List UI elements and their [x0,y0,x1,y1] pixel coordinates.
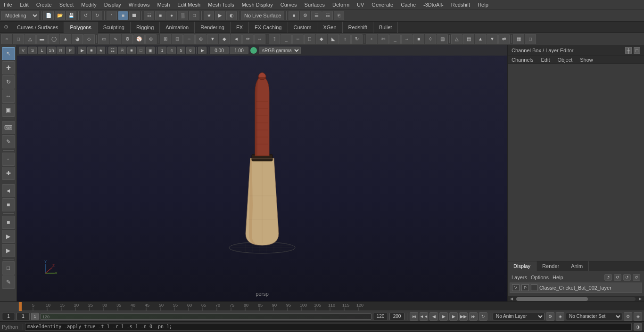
cb-bottom-anim[interactable]: Anim [565,261,589,271]
cylinder-btn[interactable]: △ [25,34,36,44]
menu-curves[interactable]: Curves [277,1,301,8]
vp-playblast-btn[interactable]: ▶ [198,47,206,54]
measure-btn[interactable]: ■ [2,198,15,211]
bridge-btn[interactable]: ⎯ [281,34,292,44]
layer-scrollbar[interactable]: ◀ ▶ [508,296,644,301]
gear-mesh-btn[interactable]: ⚙ [122,34,133,44]
tab-xgen[interactable]: XGen [317,22,342,33]
current-frame-input[interactable] [2,313,15,320]
go-start-btn[interactable]: ⏮ [410,312,418,321]
cb-tab-object[interactable]: Object [553,56,576,64]
tab-fx-caching[interactable]: FX Caching [249,22,288,33]
tab-animation[interactable]: Animation [160,22,195,33]
prev-frame-btn[interactable]: ◀ [429,312,438,321]
render-view-btn[interactable]: ▶ [2,230,15,243]
layer-v-toggle[interactable]: V [512,284,520,291]
mirror-btn[interactable]: ↔ [254,34,265,44]
tab-redshift[interactable]: Redshift [343,22,373,33]
vp-xray-btn[interactable]: ▣ [146,47,155,54]
menu-redshift[interactable]: Redshift [447,1,474,8]
layer-add-btn[interactable]: ↺ [604,274,612,281]
vp-render-btn[interactable]: ★ [97,47,105,54]
anim-layer-settings[interactable]: ⚙ [546,312,554,321]
vp-menu-shading[interactable]: S [28,47,37,54]
vp-color-space[interactable]: sRGB gamma [259,47,301,54]
new-scene-btn[interactable]: 📄 [43,11,54,20]
vp-hud-btn[interactable]: ⎗ [118,47,126,54]
tool-settings-btn[interactable]: ⚙ [300,11,310,20]
range-end-input[interactable] [389,313,405,320]
soccer-btn[interactable]: ⚾ [133,34,145,44]
char-set-settings[interactable]: ⚙ [624,312,632,321]
menu-mesh[interactable]: Mesh [153,1,173,8]
cb-tab-channels[interactable]: Channels [508,56,537,64]
snap-curve-btn[interactable]: ■ [155,11,165,20]
connect2-btn[interactable]: ⎯ [389,34,401,44]
settings-icon[interactable]: ⚙ [1,22,11,32]
command-input[interactable] [25,323,632,331]
remesh-btn[interactable]: ◆ [219,34,230,44]
flip-btn[interactable]: ↕ [339,34,351,44]
separate-btn[interactable]: ⊟ [172,34,183,44]
open-scene-btn[interactable]: 📂 [55,11,65,20]
menu-help[interactable]: Help [474,1,492,8]
paintfx-btn[interactable]: ✎ [2,275,15,289]
combine-btn[interactable]: ⊞ [160,34,171,44]
prev-key-btn[interactable]: ◄◄ [420,312,428,321]
tab-sculpting[interactable]: Sculpting [98,22,131,33]
uv-btn[interactable]: ▦ [513,34,524,44]
timeline-ruler[interactable]: 5 10 15 20 25 30 35 40 45 50 5 [19,302,644,311]
menu-surfaces[interactable]: Surfaces [301,1,329,8]
unfold-btn[interactable]: □ [525,34,536,44]
menu-cache[interactable]: Cache [397,1,420,8]
bevel-btn[interactable]: ▫ [366,34,377,44]
menu-windows[interactable]: Windows [125,1,154,8]
fill-hole-btn[interactable]: ⎕ [304,34,315,44]
layer-add-btn3[interactable]: ↺ [623,274,631,281]
vp-4-btn[interactable]: 4 [167,47,176,54]
undo-btn[interactable]: ↺ [81,11,91,20]
menu-create[interactable]: Create [33,1,56,8]
select-tool-btn[interactable]: ↖ [2,47,15,60]
anim-layer-select[interactable]: No Anim Layer [493,313,545,320]
command-options-btn[interactable]: ◑ [634,323,642,331]
symmetrize-btn[interactable]: ◊ [425,34,436,44]
extrude-btn[interactable]: ⇧ [269,34,280,44]
tab-fx[interactable]: FX [231,22,249,33]
vp-1-btn[interactable]: 1 [158,47,166,54]
menu-edit[interactable]: Edit [16,1,33,8]
menu-display[interactable]: Display [100,1,125,8]
vp-num1[interactable] [210,47,229,54]
retopo-btn[interactable]: ◄ [231,34,242,44]
tab-bullet[interactable]: Bullet [373,22,398,33]
scale-tool-btn[interactable]: ↔ [2,89,15,103]
cone-btn[interactable]: ▲ [60,34,71,44]
tab-polygons[interactable]: Polygons [64,22,97,33]
cb-close-btn[interactable]: ┼ [625,47,632,54]
char-set-key[interactable]: ◈ [634,312,642,321]
collapse-btn[interactable]: → [401,34,413,44]
loop-sel-btn[interactable]: △ [451,34,462,44]
spin-btn[interactable]: ↻ [351,34,363,44]
target-weld-btn[interactable]: ▧ [437,34,448,44]
select-by-hierarchy-btn[interactable]: ⎖ [107,11,117,20]
layer-add-btn2[interactable]: ↺ [614,274,621,281]
show-manipulator-btn[interactable]: ✚ [2,167,15,180]
ring-sel-btn[interactable]: ▤ [463,34,474,44]
next-key-btn[interactable]: ▶▶ [459,312,468,321]
layer-p-toggle[interactable]: P [521,284,529,291]
tab-custom[interactable]: Custom [288,22,318,33]
scroll-right-arrow[interactable]: ▶ [637,296,643,302]
vp-5-btn[interactable]: 5 [177,47,185,54]
end-frame-input[interactable] [373,313,388,320]
layer-row[interactable]: V P Classic_Cricket_Bat_002_layer [510,283,642,293]
viewport[interactable]: V S L Sh R P ▶ ■ ★ ☷ ⎗ ■ □ ▣ 1 4 5 6 ▶ [17,45,507,301]
wedge-btn[interactable]: ◣ [328,34,339,44]
scroll-thumb[interactable] [516,297,588,301]
play-btn[interactable]: ▶ [439,312,448,321]
boolean-btn[interactable]: ⊕ [195,34,206,44]
make-live-btn[interactable]: ■ [2,216,15,229]
help-label[interactable]: Help [553,275,563,280]
outliner-btn[interactable]: ⎗ [334,11,344,20]
cube-btn[interactable]: □ [13,34,24,44]
